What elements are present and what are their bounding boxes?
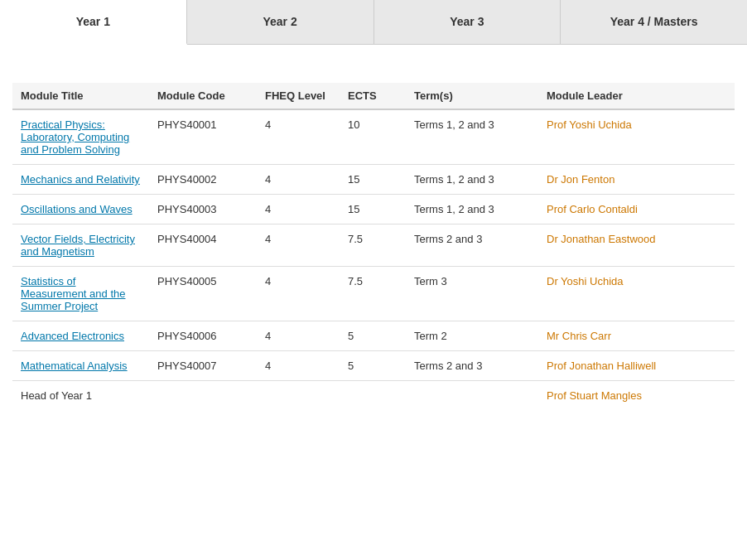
table-row: Practical Physics: Laboratory, Computing… xyxy=(12,109,735,165)
module-code: PHYS40002 xyxy=(149,165,257,195)
ects-value: 15 xyxy=(340,165,406,195)
table-row: Mechanics and RelativityPHYS40002415Term… xyxy=(12,165,735,195)
module-title-link[interactable]: Mechanics and Relativity xyxy=(21,173,140,186)
fheq-level: 4 xyxy=(257,267,340,321)
ects-value: 7.5 xyxy=(340,224,406,267)
col-header-title: Module Title xyxy=(12,83,149,109)
fheq-level: 4 xyxy=(257,351,340,381)
table-header: Module Title Module Code FHEQ Level ECTS… xyxy=(12,83,735,109)
module-code: PHYS40005 xyxy=(149,267,257,321)
module-title-link[interactable]: Mathematical Analysis xyxy=(21,360,128,372)
module-title-link[interactable]: Advanced Electronics xyxy=(21,330,124,342)
module-code: PHYS40001 xyxy=(149,109,257,165)
fheq-level: 4 xyxy=(257,165,340,195)
fheq-level: 4 xyxy=(257,109,340,165)
fheq-level: 4 xyxy=(257,224,340,267)
terms-value: Terms 2 and 3 xyxy=(406,224,538,267)
module-title-link[interactable]: Vector Fields, Electricity and Magnetism xyxy=(21,233,135,258)
col-header-level: FHEQ Level xyxy=(257,83,340,109)
ects-value: 15 xyxy=(340,195,406,224)
module-leader: Prof Jonathan Halliwell xyxy=(538,351,735,381)
module-title-link[interactable]: Practical Physics: Laboratory, Computing… xyxy=(21,118,129,156)
tab-year-4[interactable]: Year 4 / Masters xyxy=(561,0,747,44)
table-row: Mathematical AnalysisPHYS4000745Terms 2 … xyxy=(12,351,735,381)
module-code xyxy=(149,381,257,411)
ects-value: 5 xyxy=(340,321,406,351)
ects-value xyxy=(340,381,406,411)
tab-year-3[interactable]: Year 3 xyxy=(374,0,561,44)
ects-value: 7.5 xyxy=(340,267,406,321)
fheq-level: 4 xyxy=(257,195,340,224)
module-leader: Prof Carlo Contaldi xyxy=(538,195,735,224)
module-title-link[interactable]: Oscillations and Waves xyxy=(21,203,133,215)
terms-value: Terms 2 and 3 xyxy=(406,351,538,381)
module-code: PHYS40006 xyxy=(149,321,257,351)
table-row: Head of Year 1Prof Stuart Mangles xyxy=(12,381,735,411)
module-code: PHYS40004 xyxy=(149,224,257,267)
module-title-link[interactable]: Statistics of Measurement and the Summer… xyxy=(21,275,125,312)
modules-table: Module Title Module Code FHEQ Level ECTS… xyxy=(12,83,735,410)
module-title-plain: Head of Year 1 xyxy=(12,381,149,411)
module-code: PHYS40007 xyxy=(149,351,257,381)
terms-value: Terms 1, 2 and 3 xyxy=(406,165,538,195)
terms-value xyxy=(406,381,538,411)
module-leader: Dr Jon Fenton xyxy=(538,165,735,195)
terms-value: Term 2 xyxy=(406,321,538,351)
fheq-level: 4 xyxy=(257,321,340,351)
module-leader: Prof Stuart Mangles xyxy=(538,381,735,411)
terms-value: Term 3 xyxy=(406,267,538,321)
main-content: Module Title Module Code FHEQ Level ECTS… xyxy=(0,61,747,427)
tab-year-1[interactable]: Year 1 xyxy=(0,0,187,45)
module-leader: Dr Yoshi Uchida xyxy=(538,267,735,321)
col-header-leader: Module Leader xyxy=(538,83,735,109)
module-code: PHYS40003 xyxy=(149,195,257,224)
ects-value: 5 xyxy=(340,351,406,381)
col-header-terms: Term(s) xyxy=(406,83,538,109)
col-header-ects: ECTS xyxy=(340,83,406,109)
table-row: Oscillations and WavesPHYS40003415Terms … xyxy=(12,195,735,224)
ects-value: 10 xyxy=(340,109,406,165)
module-leader: Mr Chris Carr xyxy=(538,321,735,351)
terms-value: Terms 1, 2 and 3 xyxy=(406,195,538,224)
table-body: Practical Physics: Laboratory, Computing… xyxy=(12,109,735,410)
table-row: Vector Fields, Electricity and Magnetism… xyxy=(12,224,735,267)
module-leader: Prof Yoshi Uchida xyxy=(538,109,735,165)
table-row: Advanced ElectronicsPHYS4000645Term 2Mr … xyxy=(12,321,735,351)
year-tabs-container: Year 1Year 2Year 3Year 4 / Masters xyxy=(0,0,747,45)
table-row: Statistics of Measurement and the Summer… xyxy=(12,267,735,321)
module-leader: Dr Jonathan Eastwood xyxy=(538,224,735,267)
terms-value: Terms 1, 2 and 3 xyxy=(406,109,538,165)
tab-year-2[interactable]: Year 2 xyxy=(187,0,374,44)
col-header-code: Module Code xyxy=(149,83,257,109)
fheq-level xyxy=(257,381,340,411)
